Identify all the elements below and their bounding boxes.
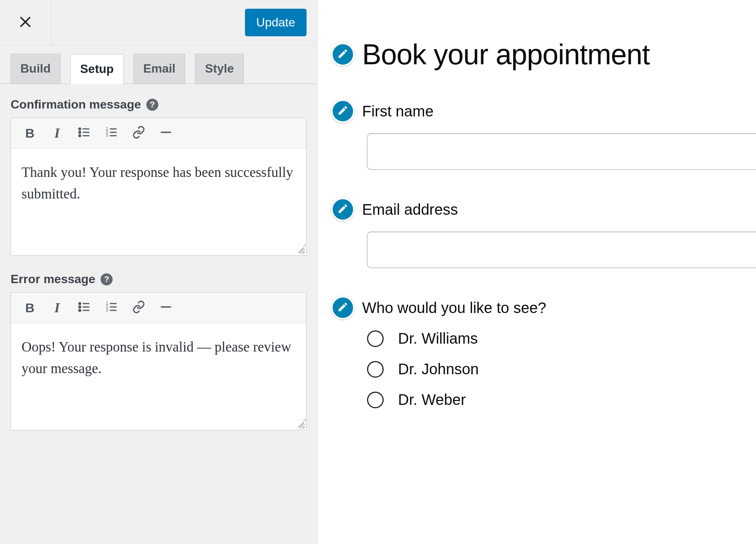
pencil-icon [337, 48, 349, 61]
link-icon [132, 300, 146, 315]
horizontal-rule-button[interactable] [158, 125, 174, 141]
confirmation-toolbar: B I 123 [11, 118, 306, 149]
link-icon [132, 126, 146, 141]
close-icon [18, 14, 33, 31]
link-button[interactable] [130, 299, 147, 316]
svg-text:3: 3 [106, 133, 108, 138]
resize-handle[interactable] [11, 422, 306, 430]
error-title: Error message [11, 272, 95, 286]
bullet-list-icon [77, 300, 91, 315]
error-header: Error message ? [11, 272, 307, 286]
form-title-row: Book your appointment [331, 38, 756, 71]
radio-circle-icon [367, 392, 384, 408]
svg-point-19 [79, 310, 81, 312]
hr-icon [159, 300, 173, 315]
radio-option[interactable]: Dr. Johnson [367, 361, 756, 378]
radio-question-row: Who would you like to see? [331, 296, 756, 319]
settings-sidebar: Update Build Setup Email Style Confirmat… [0, 0, 318, 544]
confirmation-title: Confirmation message [11, 98, 141, 112]
confirmation-editor: B I 123 Thank you! Your response has bee… [11, 118, 307, 256]
tab-build[interactable]: Build [11, 54, 60, 84]
ordered-list-button[interactable]: 123 [103, 299, 120, 316]
help-icon[interactable]: ? [146, 99, 158, 111]
setup-panel: Confirmation message ? B I 123 Th [0, 84, 317, 457]
radio-option[interactable]: Dr. Weber [367, 391, 756, 408]
email-label: Email address [362, 201, 458, 218]
ordered-list-button[interactable]: 123 [103, 125, 120, 141]
radio-group: Dr. Williams Dr. Johnson Dr. Weber [367, 330, 756, 408]
unordered-list-button[interactable] [76, 299, 93, 316]
radio-option-label: Dr. Johnson [398, 361, 479, 378]
help-icon[interactable]: ? [101, 273, 113, 285]
first-name-label: First name [362, 103, 434, 120]
error-editor: B I 123 Oops! Your response is invalid —… [11, 292, 307, 430]
pencil-icon [337, 203, 349, 216]
edit-title-button[interactable] [331, 43, 355, 66]
edit-field-button[interactable] [331, 296, 355, 319]
bold-button[interactable]: B [22, 125, 38, 141]
close-button[interactable] [0, 0, 51, 45]
link-button[interactable] [130, 125, 147, 141]
tab-email[interactable]: Email [133, 54, 185, 84]
tab-style[interactable]: Style [195, 54, 243, 84]
first-name-row: First name [331, 99, 756, 123]
svg-point-2 [79, 128, 81, 130]
italic-button[interactable]: I [49, 125, 65, 141]
svg-point-6 [79, 135, 81, 137]
tab-setup[interactable]: Setup [70, 54, 124, 84]
numbered-list-icon: 123 [105, 300, 118, 315]
pencil-icon [337, 301, 349, 314]
edit-field-button[interactable] [331, 198, 355, 221]
email-row: Email address [331, 198, 756, 221]
bold-button[interactable]: B [22, 299, 38, 316]
italic-button[interactable]: I [49, 299, 65, 316]
svg-point-15 [79, 303, 81, 305]
form-preview: Book your appointment First name Email a… [318, 0, 756, 544]
edit-field-button[interactable] [331, 99, 355, 123]
radio-option-label: Dr. Weber [398, 391, 466, 408]
radio-option-label: Dr. Williams [398, 330, 478, 347]
radio-circle-icon [367, 361, 384, 378]
hr-icon [159, 126, 173, 141]
svg-text:3: 3 [106, 308, 108, 312]
first-name-input[interactable] [367, 133, 756, 170]
bullet-list-icon [77, 126, 91, 141]
svg-point-17 [79, 306, 81, 308]
sidebar-topbar: Update [0, 0, 317, 45]
numbered-list-icon: 123 [105, 126, 118, 141]
pencil-icon [337, 105, 349, 118]
resize-handle[interactable] [11, 247, 306, 255]
confirmation-header: Confirmation message ? [11, 98, 307, 112]
tabs: Build Setup Email Style [0, 54, 317, 84]
update-button[interactable]: Update [245, 9, 307, 36]
form-title: Book your appointment [362, 38, 650, 71]
radio-circle-icon [367, 330, 384, 347]
unordered-list-button[interactable] [76, 125, 93, 141]
horizontal-rule-button[interactable] [158, 299, 174, 316]
radio-option[interactable]: Dr. Williams [367, 330, 756, 347]
error-textarea[interactable]: Oops! Your response is invalid — please … [11, 323, 306, 422]
email-input[interactable] [367, 232, 756, 268]
radio-question-label: Who would you like to see? [362, 299, 546, 316]
svg-point-4 [79, 132, 81, 133]
confirmation-textarea[interactable]: Thank you! Your response has been succes… [11, 149, 306, 247]
error-toolbar: B I 123 [11, 293, 306, 323]
